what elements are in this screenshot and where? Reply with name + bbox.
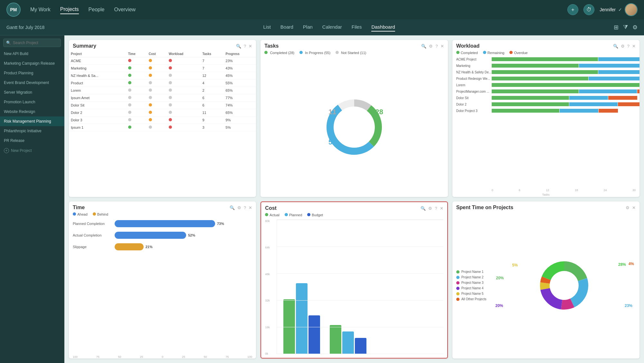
sidebar-item-website-redesign[interactable]: Website Redesign <box>0 107 64 116</box>
workload-rows: ACME Project Marketing NZ Health & Safet… <box>452 57 639 188</box>
sidebar-item-product-planning[interactable]: Product Planning <box>0 68 64 78</box>
cell-time <box>126 72 147 79</box>
workload-row-bars <box>492 89 639 93</box>
app-logo[interactable]: PM <box>6 3 21 17</box>
tasks-settings-icon[interactable]: ⚙ <box>429 44 433 49</box>
time-legend: Ahead Behind <box>69 212 256 218</box>
table-row: Ipsum 1 3 5% <box>69 124 256 131</box>
pct-20-bottom: 20% <box>495 303 503 308</box>
pct-5: 5% <box>512 263 517 267</box>
sidebar-item-marketing-campaign[interactable]: Marketing Campaign Release <box>0 59 64 68</box>
summary-help-icon[interactable]: ? <box>244 44 246 49</box>
cell-project: Ipsum Amet <box>69 94 126 102</box>
workload-help-icon[interactable]: ? <box>627 44 630 49</box>
settings-icon[interactable]: ⚙ <box>632 24 638 31</box>
cell-progress: 74% <box>224 102 256 109</box>
bar-remaining <box>569 96 608 100</box>
summary-widget: Summary 🔍 ? ✕ Project Time Cost Workload… <box>69 40 256 197</box>
workload-close-icon[interactable]: ✕ <box>632 44 636 49</box>
nav-projects[interactable]: Projects <box>60 5 79 14</box>
workload-row: Marketing <box>456 64 636 68</box>
workload-widget: Workload 🔍 ⚙ ? ✕ Completed Remaining Ove… <box>452 40 639 197</box>
legend-cost-budget: Budget <box>307 213 323 217</box>
workload-search-icon[interactable]: 🔍 <box>613 44 618 49</box>
time-title: Time <box>73 205 227 210</box>
cost-header: Cost 🔍 ⚙ ? ✕ <box>261 202 447 213</box>
nav-overview[interactable]: Overview <box>114 5 136 14</box>
nav-my-work[interactable]: My Work <box>30 5 51 14</box>
workload-settings-icon[interactable]: ⚙ <box>621 44 625 49</box>
new-project-button[interactable]: + New Project <box>0 145 64 156</box>
cell-time <box>126 116 147 124</box>
summary-close-icon[interactable]: ✕ <box>249 44 252 49</box>
search-input[interactable] <box>13 41 58 45</box>
time-close-icon[interactable]: ✕ <box>249 205 252 210</box>
summary-search-icon[interactable]: 🔍 <box>236 44 241 49</box>
tab-dashboard[interactable]: Dashboard <box>371 23 395 32</box>
cell-time <box>126 79 147 87</box>
cost-search-icon[interactable]: 🔍 <box>421 206 426 211</box>
tab-calendar[interactable]: Calendar <box>322 23 342 32</box>
time-search-icon[interactable]: 🔍 <box>230 205 235 210</box>
sidebar-item-new-api[interactable]: New API Build <box>0 49 64 59</box>
cell-progress: 9% <box>224 116 256 124</box>
search-box[interactable]: 🔍 <box>3 39 61 47</box>
sidebar-item-philanthropic[interactable]: Philanthropic Initiative <box>0 126 64 136</box>
spent-header: Spent Time on Projects ⚙ ✕ <box>452 201 639 212</box>
tasks-help-icon[interactable]: ? <box>435 44 438 49</box>
spent-dot-3 <box>456 281 459 284</box>
cost-help-icon[interactable]: ? <box>435 206 437 211</box>
time-settings-icon[interactable]: ⚙ <box>237 205 241 210</box>
legend-wl-remaining: Remaining <box>483 51 505 55</box>
sidebar-item-server-migration[interactable]: Server Migration <box>0 88 64 97</box>
col-tasks: Tasks <box>200 51 223 57</box>
tab-files[interactable]: Files <box>352 23 362 32</box>
sidebar-item-risk-management[interactable]: Risk Management Planning <box>0 116 64 126</box>
cell-cost <box>147 102 167 109</box>
bar-remaining <box>560 109 598 113</box>
bar-overdue <box>618 102 639 106</box>
time-pct-slippage: 21% <box>146 245 153 249</box>
tab-board[interactable]: Board <box>280 23 293 32</box>
time-help-icon[interactable]: ? <box>244 205 246 210</box>
tab-plan[interactable]: Plan <box>303 23 313 32</box>
avatar <box>625 3 638 16</box>
tasks-search-icon[interactable]: 🔍 <box>421 44 426 49</box>
tab-list[interactable]: List <box>263 23 270 32</box>
cell-cost <box>147 116 167 124</box>
cell-project: NZ Health & Sa... <box>69 72 126 79</box>
spent-time-widget: Spent Time on Projects ⚙ ✕ Project Name … <box>452 201 639 358</box>
add-button[interactable]: ＋ <box>567 4 578 15</box>
col-time: Time <box>126 51 147 57</box>
cell-tasks: 12 <box>200 72 223 79</box>
grid-icon[interactable]: ⊞ <box>614 24 619 31</box>
cell-workload <box>167 102 200 109</box>
sidebar-item-pr-release[interactable]: PR Release <box>0 136 64 145</box>
sidebar-item-promotion-launch[interactable]: Promotion Launch <box>0 97 64 107</box>
spent-settings-icon[interactable]: ⚙ <box>626 205 630 210</box>
cost-bar-planned-1 <box>296 283 308 354</box>
cell-project: Dolor 3 <box>69 116 126 124</box>
tasks-close-icon[interactable]: ✕ <box>440 44 444 49</box>
cell-project: Dolor 2 <box>69 109 126 116</box>
time-bar-actual <box>115 232 186 239</box>
donut-chart: 28 55 11 <box>322 95 386 159</box>
cost-bar-group-2 <box>330 325 366 354</box>
time-widget: Time 🔍 ⚙ ? ✕ Ahead Behind Planned Comple… <box>69 201 256 358</box>
filter-icon[interactable]: ⧩ <box>623 24 628 31</box>
workload-row: ProjectManager.com ... <box>456 89 636 93</box>
sidebar-item-event-brand[interactable]: Event Brand Development <box>0 78 64 88</box>
user-menu[interactable]: Jennifer ✓ <box>600 3 638 16</box>
table-row: NZ Health & Sa... 12 45% <box>69 72 256 79</box>
tasks-header: Tasks 🔍 ⚙ ? ✕ <box>260 40 448 51</box>
workload-axis-label: Tasks <box>452 192 639 197</box>
timer-button[interactable]: ⏱ <box>583 4 594 15</box>
nav-people[interactable]: People <box>89 5 105 14</box>
legend-time-behind: Behind <box>93 212 108 216</box>
cost-settings-icon[interactable]: ⚙ <box>428 206 432 211</box>
spent-close-icon[interactable]: ✕ <box>632 205 636 210</box>
cost-close-icon[interactable]: ✕ <box>440 206 443 211</box>
bar-completed <box>492 64 579 68</box>
spent-dot-other <box>456 298 459 301</box>
cell-cost <box>147 72 167 79</box>
